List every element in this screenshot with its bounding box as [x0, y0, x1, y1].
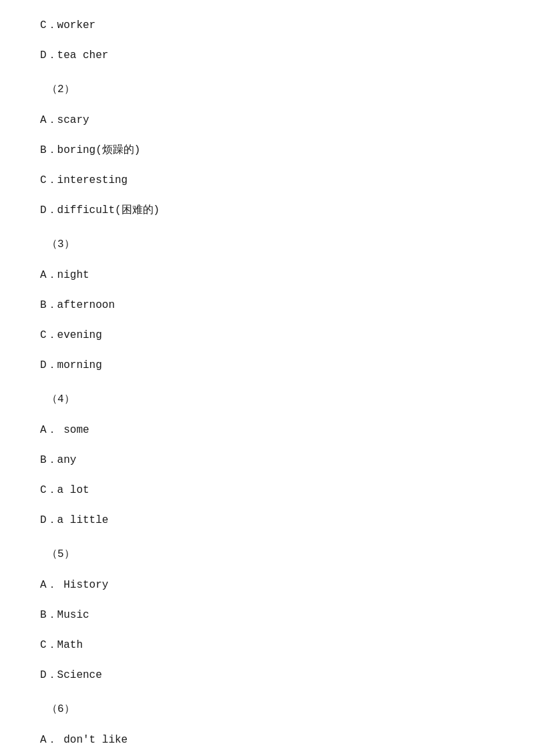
option-item: A．scary — [40, 111, 494, 130]
option-item: A． History — [40, 576, 494, 595]
option-item: C．evening — [40, 326, 494, 345]
option-item: D．a little — [40, 511, 494, 530]
option-item: D．Science — [40, 666, 494, 685]
option-item: B．Music — [40, 606, 494, 625]
option-item: A． some — [40, 421, 494, 440]
section-label: （2） — [47, 80, 494, 100]
page-content: C．worker D．tea cher （2） A．scary B．boring… — [40, 16, 494, 756]
section-label: （4） — [47, 390, 494, 409]
section-label: （3） — [47, 235, 494, 254]
option-item: D．morning — [40, 356, 494, 375]
option-item: C．worker — [40, 16, 494, 35]
option-item: D．difficult(困难的) — [40, 201, 494, 220]
option-item: A． don't like — [40, 731, 494, 750]
option-item: B．afternoon — [40, 296, 494, 315]
option-item: C．interesting — [40, 171, 494, 190]
option-item: D．tea cher — [40, 46, 494, 65]
option-item: C．a lot — [40, 481, 494, 500]
option-item: A．night — [40, 266, 494, 285]
option-item: B．any — [40, 451, 494, 470]
option-item: B．boring(烦躁的) — [40, 141, 494, 160]
option-item: C．Math — [40, 636, 494, 655]
section-label: （6） — [47, 700, 494, 719]
section-label: （5） — [47, 545, 494, 564]
